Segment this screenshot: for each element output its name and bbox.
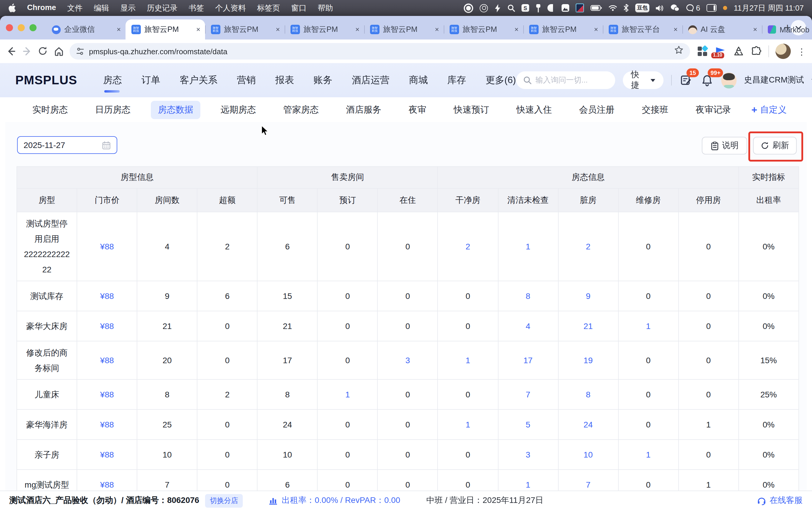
forward-button[interactable] bbox=[22, 46, 32, 57]
site-info-icon[interactable] bbox=[76, 47, 84, 55]
main-nav-item[interactable]: 更多(6) bbox=[486, 72, 516, 89]
back-button[interactable] bbox=[6, 46, 17, 57]
table-cell[interactable]: 17 bbox=[498, 341, 558, 379]
pin-tool-icon[interactable] bbox=[536, 4, 541, 12]
screen-record-icon[interactable] bbox=[464, 3, 473, 13]
table-cell[interactable]: ¥88 bbox=[77, 409, 137, 440]
browser-tab[interactable]: Markoob× bbox=[762, 20, 812, 39]
username[interactable]: 史昌建CRM测试 bbox=[744, 75, 804, 85]
explain-button[interactable]: 说明 bbox=[702, 137, 747, 154]
menubar-item[interactable]: 历史记录 bbox=[147, 3, 177, 13]
menubar-item[interactable]: 标签页 bbox=[257, 3, 280, 13]
table-cell[interactable]: 8 bbox=[558, 379, 618, 409]
browser-tab[interactable]: 旅智科技旅智云平台× bbox=[603, 20, 682, 39]
main-nav-item[interactable]: 酒店运营 bbox=[352, 72, 390, 89]
main-nav-item[interactable]: 库存 bbox=[447, 72, 466, 89]
browser-tab[interactable]: 旅智科技旅智云PM× bbox=[523, 20, 603, 39]
table-cell[interactable]: ¥88 bbox=[77, 212, 137, 281]
audio-app-icon[interactable] bbox=[547, 4, 555, 12]
table-cell[interactable]: ¥88 bbox=[77, 379, 137, 409]
table-cell[interactable]: 3 bbox=[378, 341, 438, 379]
online-service-button[interactable]: 在线客服 bbox=[757, 495, 803, 506]
home-button[interactable] bbox=[54, 46, 64, 57]
stage-manager-icon[interactable] bbox=[707, 4, 717, 12]
subnav-item[interactable]: 夜审记录 bbox=[689, 101, 738, 119]
subnav-item[interactable]: 管家房态 bbox=[276, 101, 326, 119]
main-nav-item[interactable]: 营销 bbox=[237, 72, 256, 89]
subnav-item[interactable]: 远期房态 bbox=[214, 101, 263, 119]
browser-tab[interactable]: 企业微信× bbox=[46, 20, 125, 39]
customize-button[interactable]: + 自定义 bbox=[751, 104, 787, 115]
menubar-item[interactable]: 窗口 bbox=[291, 3, 306, 13]
menubar-item[interactable]: 个人资料 bbox=[215, 3, 246, 13]
table-cell[interactable]: 2 bbox=[558, 212, 618, 281]
color-app-icon[interactable] bbox=[576, 3, 584, 12]
table-cell[interactable]: 19 bbox=[558, 341, 618, 379]
switch-branch-button[interactable]: 切换分店 bbox=[205, 494, 243, 507]
table-cell[interactable]: 21 bbox=[558, 311, 618, 341]
table-cell[interactable]: 8 bbox=[498, 281, 558, 311]
business-date-input[interactable]: 2025-11-27 bbox=[17, 136, 117, 154]
extensions-puzzle-icon[interactable] bbox=[751, 46, 762, 57]
subnav-item[interactable]: 快速预订 bbox=[447, 101, 496, 119]
shottr-icon[interactable]: S bbox=[521, 4, 529, 12]
chat-badge-icon[interactable]: 6 bbox=[686, 3, 700, 12]
subnav-item[interactable]: 房态数据 bbox=[151, 101, 200, 119]
main-nav-item[interactable]: 商城 bbox=[409, 72, 428, 89]
tab-close-icon[interactable]: × bbox=[753, 25, 757, 34]
subnav-item[interactable]: 会员注册 bbox=[572, 101, 622, 119]
user-avatar[interactable] bbox=[721, 72, 736, 88]
table-cell[interactable]: 1 bbox=[618, 311, 678, 341]
subnav-item[interactable]: 酒店服务 bbox=[339, 101, 388, 119]
bookmark-star-icon[interactable] bbox=[674, 46, 684, 57]
tab-close-icon[interactable]: × bbox=[514, 25, 518, 34]
url-text[interactable]: pmsplus-qa.zhuzher.com/roomstate/data bbox=[89, 47, 228, 56]
menubar-item[interactable]: 帮助 bbox=[318, 3, 333, 13]
table-cell[interactable]: 10 bbox=[558, 440, 618, 470]
notifications-button[interactable]: 99+ bbox=[700, 73, 714, 87]
main-nav-item[interactable]: 账务 bbox=[313, 72, 332, 89]
wifi-icon[interactable] bbox=[609, 5, 617, 11]
close-window-button[interactable] bbox=[6, 24, 13, 31]
image-app-icon[interactable] bbox=[562, 4, 569, 12]
reload-button[interactable] bbox=[38, 46, 48, 57]
zoom-window-button[interactable] bbox=[29, 24, 36, 31]
volume-icon[interactable] bbox=[656, 4, 664, 11]
table-cell[interactable]: 1 bbox=[618, 440, 678, 470]
menubar-datetime[interactable]: 11月27日 周四 11:07 bbox=[734, 3, 804, 13]
browser-tab[interactable]: 旅智科技旅智云PM× bbox=[205, 20, 284, 39]
menubar-item[interactable]: 编辑 bbox=[94, 3, 109, 13]
table-cell[interactable]: ¥88 bbox=[77, 281, 137, 311]
bolt-icon[interactable] bbox=[494, 4, 501, 12]
table-cell[interactable]: 7 bbox=[498, 379, 558, 409]
quick-actions-button[interactable]: 快捷 bbox=[623, 72, 663, 89]
wechat-icon[interactable] bbox=[670, 4, 680, 12]
menubar-item[interactable]: 文件 bbox=[67, 3, 83, 13]
subnav-item[interactable]: 日历房态 bbox=[88, 101, 138, 119]
minimize-window-button[interactable] bbox=[18, 24, 25, 31]
tab-close-icon[interactable]: × bbox=[594, 25, 598, 34]
menubar-item[interactable]: 显示 bbox=[120, 3, 136, 13]
table-cell[interactable]: 24 bbox=[558, 409, 618, 440]
table-cell[interactable]: 5 bbox=[498, 409, 558, 440]
main-nav-item[interactable]: 报表 bbox=[275, 72, 294, 89]
table-cell[interactable]: 1 bbox=[318, 379, 378, 409]
table-cell[interactable]: 3 bbox=[498, 440, 558, 470]
apple-menu-icon[interactable] bbox=[8, 3, 16, 12]
extension-flag-icon[interactable]: 1.10 bbox=[715, 47, 727, 56]
table-cell[interactable]: 4 bbox=[498, 311, 558, 341]
table-cell[interactable]: ¥88 bbox=[77, 440, 137, 470]
table-cell[interactable]: 1 bbox=[438, 341, 498, 379]
global-search-input[interactable]: 输入询问一切... bbox=[516, 72, 615, 89]
table-cell[interactable]: ¥88 bbox=[77, 311, 137, 341]
main-nav-item[interactable]: 房态 bbox=[103, 72, 122, 89]
subnav-item[interactable]: 夜审 bbox=[401, 101, 433, 119]
tab-close-icon[interactable]: × bbox=[673, 25, 678, 34]
spotlight-search-icon[interactable] bbox=[507, 4, 515, 12]
tab-close-icon[interactable]: × bbox=[355, 25, 359, 34]
window-controls[interactable] bbox=[6, 24, 36, 31]
pms-logo[interactable]: PMSPLUS bbox=[15, 73, 77, 87]
table-cell[interactable]: 2 bbox=[438, 212, 498, 281]
tab-close-icon[interactable]: × bbox=[117, 25, 121, 34]
main-nav-item[interactable]: 订单 bbox=[142, 72, 160, 89]
